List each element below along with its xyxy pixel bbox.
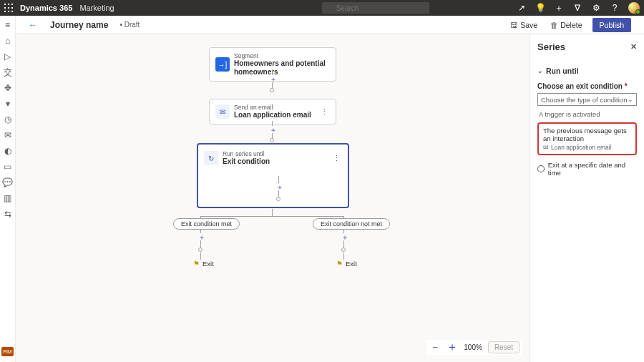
card-sub: Loan application email bbox=[551, 144, 612, 151]
node-email-label: Send an email bbox=[234, 104, 311, 111]
zoom-in-button[interactable]: ＋ bbox=[447, 342, 458, 353]
rail-clock-icon[interactable]: ◷ bbox=[3, 114, 13, 124]
add-step-1[interactable]: ＋ bbox=[270, 74, 277, 84]
exit-right-label: Exit bbox=[346, 260, 357, 268]
node-email-value: Loan application email bbox=[234, 111, 311, 119]
radio-label: Exit at a specific date and time bbox=[548, 161, 637, 177]
share-icon[interactable]: ↗ bbox=[517, 3, 527, 13]
segment-icon: →] bbox=[215, 57, 230, 72]
delete-label: Delete bbox=[560, 21, 582, 29]
draft-badge: • Draft bbox=[119, 21, 140, 29]
svg-rect-4 bbox=[8, 7, 9, 9]
flag-icon: ⚑ bbox=[336, 260, 343, 268]
svg-rect-0 bbox=[4, 4, 6, 5]
svg-rect-6 bbox=[4, 11, 6, 12]
node-segment-label: Segment bbox=[234, 52, 330, 59]
node-segment-value: Homeowners and potential homeowners bbox=[234, 59, 330, 77]
svg-rect-7 bbox=[8, 11, 9, 12]
email-icon: ✉ bbox=[215, 104, 230, 119]
search-input[interactable] bbox=[322, 2, 429, 14]
section-run-until[interactable]: ⌄ Run until bbox=[537, 67, 637, 75]
node-series[interactable]: ↻ Run series until Exit condition ⋮ ＋ bbox=[197, 143, 349, 208]
rail-hamburger-icon[interactable]: ≡ bbox=[3, 20, 13, 30]
rail-pin-icon[interactable]: ▷ bbox=[3, 52, 13, 62]
save-icon: 🖫 bbox=[510, 21, 518, 29]
section-label: Run until bbox=[546, 67, 579, 75]
add-step-left[interactable]: ＋ bbox=[198, 233, 205, 243]
app-launcher-icon[interactable] bbox=[4, 4, 13, 12]
node-series-value: Exit condition bbox=[223, 157, 270, 166]
zoom-out-button[interactable]: − bbox=[429, 342, 441, 353]
rail-rm-badge[interactable]: RM bbox=[3, 346, 13, 356]
rail-form-icon[interactable]: ▭ bbox=[3, 162, 13, 172]
svg-rect-8 bbox=[11, 11, 13, 12]
node-series-more-icon[interactable]: ⋮ bbox=[331, 154, 342, 163]
chevron-down-icon: ⌄ bbox=[628, 96, 633, 103]
rail-audience-icon[interactable]: ▾ bbox=[3, 99, 13, 109]
rail-chart-icon[interactable]: ▥ bbox=[3, 193, 13, 203]
connector-dot-right bbox=[341, 248, 346, 252]
zoom-reset-button[interactable]: Reset bbox=[488, 341, 519, 353]
option-trigger[interactable]: A trigger is activated bbox=[537, 110, 637, 118]
node-email[interactable]: ✉ Send an email Loan application email ⋮ bbox=[209, 99, 336, 124]
node-series-label: Run series until bbox=[223, 150, 270, 157]
lightbulb-icon[interactable]: 💡 bbox=[535, 3, 545, 13]
user-avatar[interactable] bbox=[628, 2, 640, 14]
exit-condition-select[interactable]: Choose the type of condition ⌄ bbox=[537, 93, 637, 106]
rail-home-icon[interactable]: ⌂ bbox=[3, 36, 13, 46]
help-icon[interactable]: ? bbox=[610, 3, 620, 13]
publish-button[interactable]: Publish bbox=[592, 18, 631, 32]
rail-email-icon[interactable]: ✉ bbox=[3, 130, 13, 140]
add-step-right[interactable]: ＋ bbox=[341, 233, 348, 243]
save-label: Save bbox=[520, 21, 537, 29]
node-email-more-icon[interactable]: ⋮ bbox=[319, 107, 330, 117]
product-name: Dynamics 365 bbox=[20, 4, 72, 12]
add-icon[interactable]: ＋ bbox=[554, 3, 564, 13]
rail-flow-icon[interactable]: ⇆ bbox=[3, 209, 13, 219]
connector-dot-2 bbox=[270, 138, 274, 142]
rail-segment-icon[interactable]: ✥ bbox=[3, 83, 13, 93]
delete-button[interactable]: 🗑Delete bbox=[547, 19, 585, 31]
branch-notmet[interactable]: Exit condition not met bbox=[313, 218, 390, 230]
email-icon: ✉ bbox=[543, 144, 549, 151]
flag-icon: ⚑ bbox=[193, 260, 200, 268]
card-title: The previous message gets an interaction bbox=[543, 127, 631, 142]
option-exit-datetime[interactable]: Exit at a specific date and time bbox=[537, 161, 637, 177]
svg-rect-2 bbox=[11, 4, 13, 5]
close-icon[interactable]: ✕ bbox=[630, 42, 637, 52]
journey-canvas[interactable]: →] Segment Homeowners and potential home… bbox=[16, 34, 530, 362]
delete-icon: 🗑 bbox=[550, 21, 558, 29]
exit-right: ⚑Exit bbox=[336, 260, 357, 268]
settings-icon[interactable]: ⚙ bbox=[591, 3, 601, 13]
exit-left-label: Exit bbox=[203, 260, 214, 268]
rail-switch-icon[interactable]: ◐ bbox=[3, 146, 13, 156]
connector-dot-1 bbox=[270, 88, 274, 92]
filter-icon[interactable]: ∇ bbox=[572, 3, 582, 13]
svg-rect-3 bbox=[4, 7, 6, 9]
radio-icon bbox=[537, 165, 545, 172]
branch-met[interactable]: Exit condition met bbox=[173, 218, 240, 230]
connector-dot-left bbox=[198, 248, 203, 252]
connector-dot-inner bbox=[276, 197, 280, 201]
rail-journey-icon[interactable]: 交 bbox=[3, 67, 13, 77]
save-button[interactable]: 🖫Save bbox=[507, 19, 540, 31]
journey-title: Journey name bbox=[50, 20, 108, 30]
svg-rect-1 bbox=[8, 4, 9, 5]
panel-title: Series bbox=[537, 41, 565, 52]
chevron-down-icon: ⌄ bbox=[537, 67, 543, 74]
back-button[interactable]: ← bbox=[26, 19, 40, 31]
zoom-value: 100% bbox=[464, 343, 482, 351]
series-icon: ↻ bbox=[204, 151, 218, 165]
choose-exit-label: Choose an exit condition * bbox=[537, 82, 637, 90]
option-previous-message[interactable]: The previous message gets an interaction… bbox=[537, 122, 637, 155]
exit-left: ⚑Exit bbox=[193, 260, 214, 268]
properties-panel: Series ✕ ⌄ Run until Choose an exit cond… bbox=[530, 34, 644, 362]
svg-rect-5 bbox=[11, 7, 13, 9]
rail-chat-icon[interactable]: 💬 bbox=[3, 177, 13, 187]
module-name: Marketing bbox=[79, 4, 114, 12]
select-placeholder: Choose the type of condition bbox=[541, 96, 627, 104]
add-step-inner[interactable]: ＋ bbox=[276, 182, 283, 192]
add-step-2[interactable]: ＋ bbox=[270, 125, 277, 135]
